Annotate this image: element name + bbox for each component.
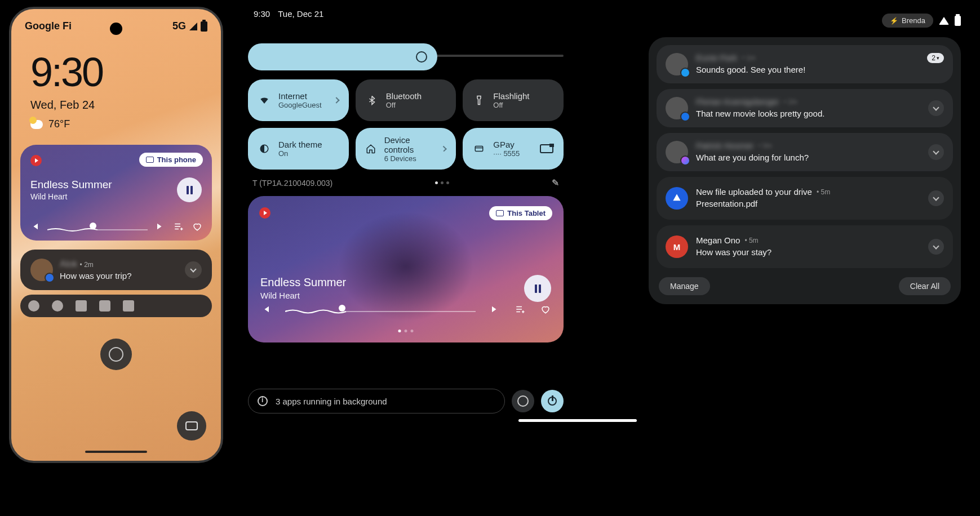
carrier-label: Google Fi [25, 20, 72, 32]
notif-body: How was your trip? [60, 271, 132, 281]
flashlight-icon [473, 95, 485, 105]
notif-sender: New file uploaded to your drive [696, 187, 812, 197]
track-title: Endless Summer [30, 179, 202, 191]
media-page-dots [398, 330, 414, 332]
like-icon[interactable] [540, 304, 551, 314]
fingerprint-button[interactable] [100, 339, 132, 370]
tile-title: Flashlight [493, 91, 529, 101]
notif-sender: Florian Koenigsberger [696, 97, 779, 106]
expand-button[interactable] [928, 100, 944, 116]
prev-track-icon[interactable] [260, 304, 271, 314]
wallet-icon [185, 421, 198, 430]
expand-button[interactable] [928, 144, 944, 160]
app-badge-icon [680, 112, 690, 122]
notification-card[interactable]: Patrick Hosmer • 3mWhat are you doing fo… [657, 133, 953, 171]
qs-tile-gpay[interactable]: GPay···· 5555 [463, 128, 564, 170]
qs-tile-bluetooth[interactable]: BluetoothOff [356, 79, 456, 121]
notification-card[interactable]: Florian Koenigsberger • 2mThat new movie… [657, 89, 953, 127]
like-icon[interactable] [192, 221, 203, 232]
notif-body: How was your stay? [696, 247, 920, 257]
play-pause-button[interactable] [177, 177, 202, 202]
cast-label: This phone [157, 155, 196, 164]
background-apps-chip[interactable]: 3 apps running in background [248, 389, 505, 413]
notif-sender: Patrick Hosmer [696, 141, 754, 150]
cast-chip[interactable]: This phone [139, 153, 203, 167]
battery-icon [201, 21, 207, 32]
temperature: 76°F [48, 118, 70, 130]
svg-rect-1 [476, 146, 484, 152]
notif-sender: Megan Ono [696, 235, 740, 245]
notif-time: • 2m [784, 98, 797, 106]
build-id: T (TP1A.2100409.003) [252, 179, 332, 188]
media-card-phone[interactable]: This phone Endless Summer Wild Heart [20, 145, 212, 241]
notification-shade: Eunie Park • 1mSounds good. See you ther… [649, 37, 961, 304]
fingerprint-icon [109, 347, 123, 362]
info-icon [258, 396, 268, 406]
play-pause-button[interactable] [524, 275, 551, 302]
notification-card[interactable]: Eunie Park • 1mSounds good. See you ther… [657, 45, 953, 83]
notif-count-chip[interactable]: 2 ▾ [927, 53, 944, 63]
app-icon [76, 300, 87, 312]
qs-tile-internet[interactable]: InternetGoogleGuest [248, 79, 349, 121]
seek-bar[interactable] [285, 306, 476, 312]
avatar [666, 53, 688, 75]
edit-tiles-button[interactable]: ✎ [552, 177, 559, 188]
bluetooth-icon [366, 95, 378, 105]
next-track-icon[interactable] [490, 304, 500, 314]
notification-card[interactable]: MMegan Ono • 5mHow was your stay? [657, 225, 953, 268]
expand-button[interactable] [928, 190, 944, 206]
quick-settings-panel: 9:30 Tue, Dec 21 InternetGoogleGuestBlue… [248, 9, 564, 342]
tile-subtitle: On [278, 149, 322, 158]
brightness-slider[interactable] [248, 43, 564, 70]
phone-lockscreen: Google Fi 5G 9:30 Wed, Feb 24 76°F This … [9, 7, 223, 463]
wifi-icon [258, 95, 271, 105]
cast-icon [146, 157, 154, 163]
media-card-tablet[interactable]: This Tablet Endless Summer Wild Heart [248, 196, 564, 342]
track-title: Endless Summer [260, 276, 346, 289]
prev-track-icon[interactable] [29, 221, 39, 232]
clear-all-button[interactable]: Clear All [899, 277, 951, 295]
notification-card[interactable]: New file uploaded to your drive • 5mPres… [657, 177, 953, 220]
queue-icon[interactable] [515, 304, 525, 314]
weather-chip[interactable]: 76°F [11, 112, 221, 130]
user-chip[interactable]: ⚡Brenda [882, 14, 933, 28]
app-icon [99, 300, 110, 312]
expand-button[interactable] [185, 261, 202, 278]
notification-icons-row[interactable] [20, 295, 212, 317]
drive-icon [666, 187, 688, 210]
notif-body: Sounds good. See you there! [696, 65, 919, 74]
tile-subtitle: 6 Devices [384, 154, 434, 163]
cast-chip[interactable]: This Tablet [489, 206, 552, 220]
gear-icon [517, 395, 529, 407]
notif-time: • 1m [742, 54, 755, 62]
notif-time: • 5m [817, 188, 830, 196]
bolt-icon: ⚡ [890, 17, 898, 25]
wallet-shortcut[interactable] [177, 411, 206, 441]
settings-button[interactable] [512, 390, 534, 412]
next-track-icon[interactable] [156, 221, 166, 232]
power-button[interactable] [541, 390, 564, 412]
track-artist: Wild Heart [30, 192, 202, 201]
app-badge-icon [680, 68, 690, 78]
chevron-right-icon [333, 97, 339, 103]
qs-tile-flashlight[interactable]: FlashlightOff [463, 79, 564, 121]
darktheme-icon [258, 144, 271, 154]
notification-card[interactable]: Alok • 2m How was your trip? [20, 250, 212, 290]
card-icon [473, 144, 485, 154]
manage-button[interactable]: Manage [659, 277, 710, 295]
background-apps-label: 3 apps running in background [276, 397, 387, 406]
cast-icon [496, 210, 504, 216]
tile-subtitle: GoogleGuest [278, 101, 322, 109]
signal-icon [189, 23, 197, 30]
expand-button[interactable] [928, 239, 944, 255]
notif-sender: Eunie Park [696, 53, 737, 63]
seek-bar[interactable] [47, 224, 148, 229]
qs-tile-dark-theme[interactable]: Dark themeOn [248, 128, 349, 170]
nav-home-bar[interactable] [518, 419, 637, 422]
ytmusic-icon [259, 207, 271, 219]
user-name: Brenda [902, 16, 925, 25]
qs-tile-device-controls[interactable]: Device controls6 Devices [356, 128, 456, 170]
home-bar[interactable] [85, 451, 147, 453]
qs-time: 9:30 [254, 9, 270, 19]
queue-icon[interactable] [174, 221, 184, 232]
